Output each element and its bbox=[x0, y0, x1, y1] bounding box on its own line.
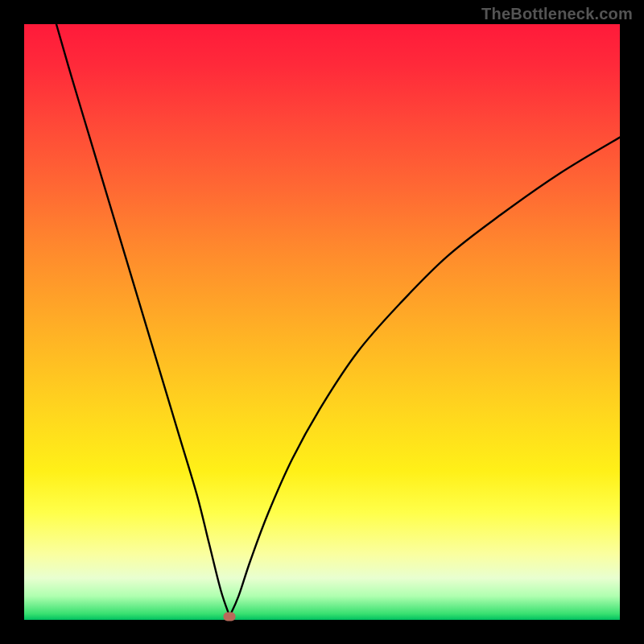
chart-frame: TheBottleneck.com bbox=[0, 0, 644, 644]
bottleneck-curve bbox=[24, 24, 620, 620]
curve-right-branch bbox=[229, 138, 620, 617]
plot-area bbox=[24, 24, 620, 620]
watermark-text: TheBottleneck.com bbox=[481, 5, 633, 23]
curve-left-branch bbox=[56, 24, 229, 617]
optimum-marker bbox=[224, 612, 236, 621]
